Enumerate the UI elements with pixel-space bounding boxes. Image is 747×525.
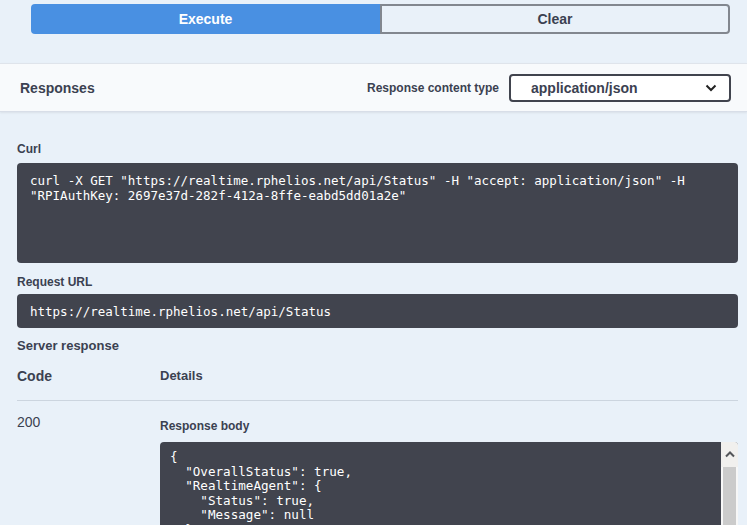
request-url-block: https://realtime.rphelios.net/api/Status (17, 294, 738, 328)
scrollbar-up-button[interactable] (721, 442, 738, 467)
response-body-text: { "OverallStatus": true, "RealtimeAgent"… (170, 450, 708, 525)
status-code-value: 200 (17, 414, 160, 525)
response-content-type-label: Response content type (367, 81, 499, 95)
responses-section-header: Responses Response content type applicat… (0, 63, 747, 112)
server-response-label: Server response (17, 338, 738, 353)
swagger-responses-panel: Execute Clear Responses Response content… (0, 0, 747, 525)
response-details-cell: Response body { "OverallStatus": true, "… (160, 414, 738, 525)
curl-label: Curl (17, 142, 738, 156)
clear-button[interactable]: Clear (380, 4, 730, 34)
request-url-text: https://realtime.rphelios.net/api/Status (30, 304, 725, 319)
request-url-label: Request URL (17, 275, 738, 289)
code-column-header: Code (17, 368, 160, 384)
response-content-type-select[interactable]: application/json (509, 74, 731, 102)
response-body-block: { "OverallStatus": true, "RealtimeAgent"… (160, 442, 738, 525)
responses-body: Curl curl -X GET "https://realtime.rphel… (0, 142, 747, 525)
chevron-down-icon (705, 84, 717, 92)
execute-wrapper: Execute Clear (31, 4, 730, 34)
curl-command-text: curl -X GET "https://realtime.rphelios.n… (30, 173, 725, 203)
responses-title: Responses (20, 80, 95, 96)
response-body-scrollbar[interactable] (721, 442, 738, 525)
execute-button[interactable]: Execute (31, 4, 380, 34)
curl-command-block: curl -X GET "https://realtime.rphelios.n… (17, 163, 738, 263)
chevron-up-icon (725, 451, 735, 458)
server-response-row: 200 Response body { "OverallStatus": tru… (17, 401, 738, 525)
details-column-header: Details (160, 368, 738, 384)
response-body-label: Response body (160, 420, 738, 433)
scrollbar-thumb[interactable] (723, 467, 736, 525)
server-response-table-header: Code Details (17, 353, 738, 401)
response-content-type-value: application/json (531, 80, 705, 96)
